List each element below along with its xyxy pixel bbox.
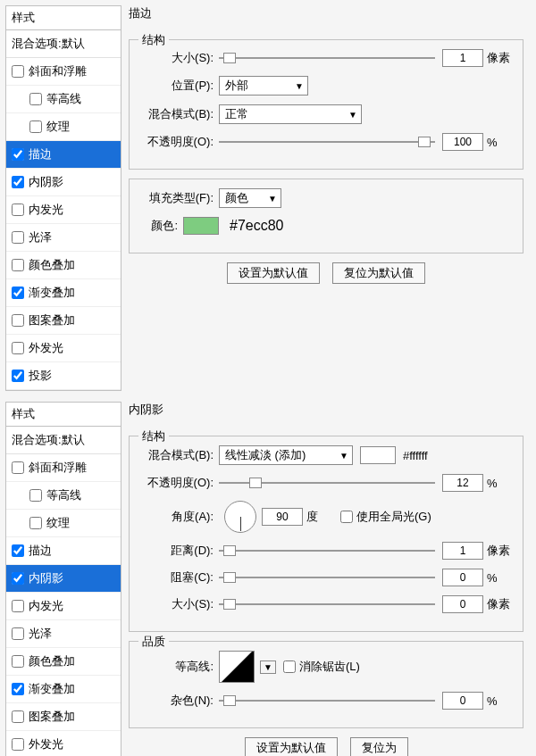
style-item-label: 等高线 (46, 91, 81, 107)
blend-mode-dropdown[interactable]: 线性减淡 (添加)▼ (219, 445, 353, 465)
style-checkbox[interactable] (12, 600, 24, 612)
angle-dial[interactable] (224, 501, 256, 533)
style-checkbox[interactable] (12, 627, 24, 640)
opacity-slider[interactable] (219, 476, 435, 490)
style-item[interactable]: 图案叠加 (6, 307, 121, 335)
style-checkbox[interactable] (12, 655, 24, 668)
style-checkbox[interactable] (12, 461, 24, 474)
style-checkbox[interactable] (12, 231, 24, 244)
size-label: 大小(S): (138, 596, 219, 612)
opacity-slider[interactable] (219, 135, 435, 149)
distance-label: 距离(D): (138, 543, 219, 559)
color-hex: #7ecc80 (219, 218, 284, 234)
style-item[interactable]: 纹理 (6, 510, 121, 537)
noise-input[interactable] (442, 692, 483, 710)
style-checkbox[interactable] (12, 738, 24, 751)
style-checkbox[interactable] (12, 683, 24, 695)
style-item[interactable]: 光泽 (6, 620, 121, 648)
blend-color-swatch[interactable] (360, 446, 396, 464)
style-item[interactable]: 等高线 (6, 86, 121, 113)
choke-slider[interactable] (219, 570, 435, 585)
style-checkbox[interactable] (12, 314, 24, 327)
style-checkbox[interactable] (12, 259, 24, 271)
reset-default-button[interactable]: 复位为默认值 (332, 262, 425, 284)
style-item[interactable]: 内阴影 (6, 565, 121, 593)
style-item[interactable]: 内阴影 (6, 169, 121, 196)
size-slider[interactable] (219, 51, 435, 65)
style-item[interactable]: 颜色叠加 (6, 648, 121, 676)
style-checkbox[interactable] (12, 287, 24, 299)
style-item[interactable]: 等高线 (6, 482, 121, 510)
size-slider[interactable] (219, 597, 435, 611)
style-item-label: 渐变叠加 (29, 285, 75, 301)
anti-alias-checkbox[interactable] (283, 660, 296, 673)
style-checkbox[interactable] (12, 544, 24, 557)
blend-mode-dropdown[interactable]: 正常▼ (219, 104, 362, 124)
style-item[interactable]: 颜色叠加 (6, 252, 121, 279)
distance-input[interactable] (442, 542, 483, 560)
global-light-option[interactable]: 使用全局光(G) (340, 509, 431, 525)
chevron-down-icon[interactable]: ▼ (260, 660, 276, 674)
style-item[interactable]: 斜面和浮雕 (6, 454, 121, 482)
style-item[interactable]: 外发光 (6, 731, 121, 756)
style-item[interactable]: 投影 (6, 362, 121, 390)
global-light-checkbox[interactable] (340, 511, 353, 523)
style-item-label: 图案叠加 (29, 312, 75, 328)
angle-input[interactable] (262, 508, 303, 526)
contour-picker[interactable] (219, 651, 255, 683)
style-header: 样式 (6, 403, 121, 427)
size-unit: 像素 (483, 596, 514, 612)
style-checkbox[interactable] (12, 370, 24, 382)
style-list: 样式混合选项:默认斜面和浮雕等高线纹理描边内阴影内发光光泽颜色叠加渐变叠加图案叠… (5, 402, 121, 756)
structure-title: 结构 (138, 32, 169, 48)
blend-mode-label: 混合模式(B): (138, 447, 219, 463)
chevron-down-icon: ▼ (268, 194, 277, 204)
style-item[interactable]: 内发光 (6, 196, 121, 224)
noise-slider[interactable] (219, 694, 435, 708)
blend-options[interactable]: 混合选项:默认 (6, 427, 121, 454)
style-item[interactable]: 斜面和浮雕 (6, 58, 121, 86)
blend-options[interactable]: 混合选项:默认 (6, 30, 121, 58)
style-item[interactable]: 渐变叠加 (6, 676, 121, 703)
reset-default-button[interactable]: 复位为 (350, 737, 408, 756)
set-default-button[interactable]: 设置为默认值 (227, 262, 320, 284)
style-checkbox[interactable] (29, 489, 42, 502)
anti-alias-option[interactable]: 消除锯齿(L) (283, 659, 360, 675)
style-item-label: 纹理 (46, 119, 70, 135)
set-default-button[interactable]: 设置为默认值 (245, 737, 338, 756)
style-item-label: 等高线 (46, 487, 81, 503)
distance-unit: 像素 (483, 543, 514, 559)
opacity-input[interactable] (442, 133, 483, 151)
style-item[interactable]: 光泽 (6, 224, 121, 252)
position-dropdown[interactable]: 外部▼ (219, 76, 308, 96)
style-item[interactable]: 纹理 (6, 113, 121, 141)
style-checkbox[interactable] (29, 517, 42, 529)
style-item[interactable]: 图案叠加 (6, 703, 121, 731)
style-item-label: 斜面和浮雕 (29, 460, 87, 476)
color-swatch[interactable] (183, 217, 219, 235)
style-checkbox[interactable] (12, 148, 24, 161)
style-item-label: 纹理 (46, 515, 70, 531)
fill-type-dropdown[interactable]: 颜色▼ (219, 188, 281, 208)
style-item[interactable]: 内发光 (6, 593, 121, 620)
style-checkbox[interactable] (12, 176, 24, 188)
opacity-input[interactable] (442, 474, 483, 492)
style-item-label: 颜色叠加 (29, 653, 75, 669)
size-unit: 像素 (483, 50, 514, 66)
style-checkbox[interactable] (29, 93, 42, 105)
size-input[interactable] (442, 49, 483, 67)
choke-unit: % (483, 571, 514, 585)
style-checkbox[interactable] (12, 342, 24, 354)
style-item[interactable]: 外发光 (6, 335, 121, 362)
style-checkbox[interactable] (12, 710, 24, 723)
size-input[interactable] (442, 595, 483, 613)
style-item[interactable]: 渐变叠加 (6, 279, 121, 307)
style-checkbox[interactable] (29, 120, 42, 133)
style-checkbox[interactable] (12, 65, 24, 78)
choke-input[interactable] (442, 569, 483, 586)
distance-slider[interactable] (219, 544, 435, 558)
style-item[interactable]: 描边 (6, 537, 121, 565)
style-item[interactable]: 描边 (6, 141, 121, 169)
style-checkbox[interactable] (12, 572, 24, 585)
style-checkbox[interactable] (12, 204, 24, 216)
